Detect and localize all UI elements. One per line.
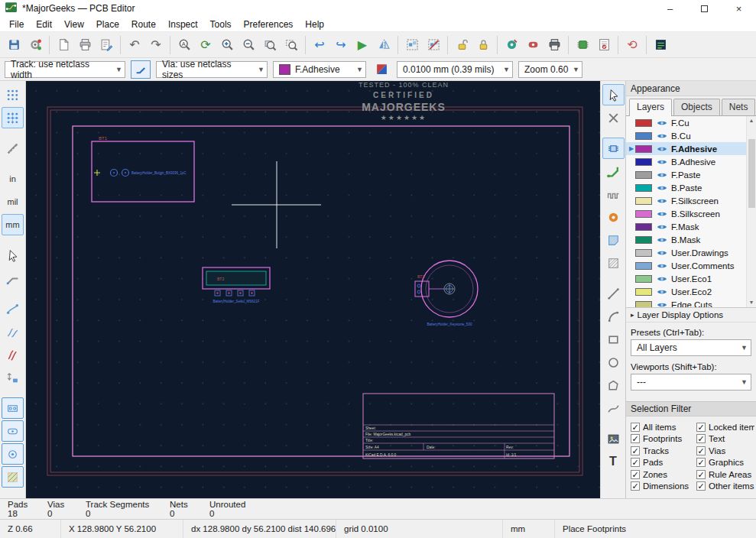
ungroup-icon[interactable] bbox=[423, 34, 444, 56]
layer-color-swatch[interactable] bbox=[635, 184, 652, 192]
visibility-eye-icon[interactable] bbox=[656, 209, 668, 219]
net-highlight-icon[interactable] bbox=[2, 344, 24, 365]
filter-checkbox-dimensions[interactable]: ✓Dimensions bbox=[631, 481, 696, 493]
grid-select[interactable]: 0.0100 mm (0.39 mils)▼ bbox=[397, 61, 513, 78]
filter-checkbox-footprints[interactable]: ✓Footprints bbox=[631, 433, 696, 446]
close-button[interactable]: × bbox=[722, 0, 756, 17]
rotate-tool-icon[interactable]: ⟲ bbox=[621, 34, 643, 56]
track-width-select[interactable]: Track: use netclass width▼ bbox=[5, 61, 125, 78]
visibility-eye-icon[interactable] bbox=[656, 170, 668, 180]
visibility-eye-icon[interactable] bbox=[656, 183, 668, 193]
layer-color-swatch[interactable] bbox=[635, 262, 652, 270]
crosshair-tool-icon[interactable] bbox=[602, 107, 625, 128]
zoom-fit-icon[interactable] bbox=[259, 34, 281, 56]
visibility-eye-icon[interactable] bbox=[656, 222, 668, 232]
ratsnest-curved-icon[interactable] bbox=[2, 321, 24, 342]
layer-color-swatch[interactable] bbox=[635, 145, 652, 153]
menu-help[interactable]: Help bbox=[299, 18, 330, 31]
via-tool-icon[interactable] bbox=[501, 34, 522, 56]
filter-checkbox-zones[interactable]: ✓Zones bbox=[631, 468, 696, 481]
cursor-45-icon[interactable] bbox=[2, 267, 24, 289]
layer-color-swatch[interactable] bbox=[635, 158, 652, 166]
plot-icon[interactable] bbox=[96, 34, 117, 56]
filter-checkbox-rule-areas[interactable]: ✓Rule Areas bbox=[696, 468, 754, 481]
layer-row-f-adhesive[interactable]: ▶F.Adhesive bbox=[626, 142, 746, 155]
find-icon[interactable]: A bbox=[174, 34, 195, 56]
redo-icon[interactable]: ↷ bbox=[145, 34, 167, 56]
via-display-icon[interactable] bbox=[2, 443, 24, 465]
net-inspector-icon[interactable] bbox=[650, 34, 671, 56]
place-via-icon[interactable] bbox=[602, 206, 625, 228]
layer-row-b-paste[interactable]: ▶B.Paste bbox=[626, 181, 746, 194]
print-dark-icon[interactable] bbox=[543, 34, 565, 56]
undo-icon[interactable]: ↶ bbox=[124, 34, 145, 56]
zoom-in-icon[interactable] bbox=[216, 34, 238, 56]
footprint-editor-icon[interactable] bbox=[572, 34, 593, 56]
filter-checkbox-tracks[interactable]: ✓Tracks bbox=[631, 445, 696, 457]
layer-color-swatch[interactable] bbox=[635, 171, 652, 179]
scroll-up-icon[interactable]: ▲ bbox=[749, 116, 754, 125]
filter-checkbox-all-items[interactable]: ✓All items bbox=[631, 421, 696, 433]
zoom-select[interactable]: Zoom 0.60▼ bbox=[518, 61, 582, 78]
presets-select[interactable]: All Layers▼ bbox=[631, 339, 751, 356]
filter-checkbox-pads[interactable]: ✓Pads bbox=[631, 457, 696, 469]
layer-row-b-mask[interactable]: ▶B.Mask bbox=[626, 233, 746, 246]
units-mm-icon[interactable]: mm bbox=[2, 214, 24, 235]
layer-row-f-paste[interactable]: ▶F.Paste bbox=[626, 168, 746, 181]
visibility-eye-icon[interactable] bbox=[656, 131, 668, 141]
menu-place[interactable]: Place bbox=[90, 18, 125, 31]
unlock-icon[interactable] bbox=[451, 34, 472, 56]
layer-pairs-icon[interactable] bbox=[372, 60, 391, 79]
layer-row-b-adhesive[interactable]: ▶B.Adhesive bbox=[626, 155, 746, 168]
visibility-eye-icon[interactable] bbox=[656, 300, 668, 308]
layer-row-f-mask[interactable]: ▶F.Mask bbox=[626, 220, 746, 233]
layer-color-swatch[interactable] bbox=[635, 132, 652, 140]
grid-override-icon[interactable] bbox=[2, 107, 24, 128]
page-settings-icon[interactable] bbox=[53, 34, 74, 56]
visibility-eye-icon[interactable] bbox=[656, 118, 668, 128]
rule-area-icon[interactable] bbox=[602, 252, 625, 274]
save-icon[interactable] bbox=[3, 34, 24, 56]
nav-forward-icon[interactable]: ↪ bbox=[330, 34, 352, 56]
filter-checkbox-other-items[interactable]: ✓Other items bbox=[696, 481, 754, 493]
layer-row-user-eco2[interactable]: ▶User.Eco2 bbox=[626, 285, 746, 298]
visibility-eye-icon[interactable] bbox=[656, 261, 668, 271]
menu-view[interactable]: View bbox=[58, 18, 90, 31]
visibility-eye-icon[interactable] bbox=[656, 274, 668, 284]
pad-display-icon[interactable] bbox=[2, 420, 24, 442]
draw-polygon-icon[interactable] bbox=[602, 374, 625, 396]
zoom-out-icon[interactable] bbox=[238, 34, 259, 56]
layer-color-swatch[interactable] bbox=[635, 236, 652, 244]
layer-color-swatch[interactable] bbox=[635, 119, 652, 127]
zoom-selection-icon[interactable] bbox=[281, 34, 302, 56]
place-image-icon[interactable] bbox=[602, 428, 625, 449]
draw-arc-icon[interactable] bbox=[602, 306, 625, 327]
mirror-view-icon[interactable] bbox=[373, 34, 394, 56]
pcb-canvas[interactable]: BT1 BatteryHolder_Bulgin_BX0036_1xC BT2 bbox=[26, 81, 600, 498]
visibility-eye-icon[interactable] bbox=[656, 144, 668, 154]
layer-color-swatch[interactable] bbox=[635, 301, 652, 308]
menu-tools[interactable]: Tools bbox=[204, 18, 238, 31]
filter-checkbox-vias[interactable]: ✓Vias bbox=[696, 445, 754, 457]
grid-dots-icon[interactable] bbox=[2, 84, 24, 105]
tab-layers[interactable]: Layers bbox=[629, 99, 672, 116]
nav-back-icon[interactable]: ↩ bbox=[309, 34, 330, 56]
measure-scale-icon[interactable] bbox=[2, 138, 24, 159]
minimize-button[interactable]: – bbox=[653, 0, 687, 17]
layer-row-edge-cuts[interactable]: ▶Edge.Cuts bbox=[626, 298, 746, 307]
cursor-shape-icon[interactable] bbox=[2, 245, 24, 266]
visibility-eye-icon[interactable] bbox=[656, 196, 668, 206]
menu-route[interactable]: Route bbox=[125, 18, 162, 31]
layer-color-swatch[interactable] bbox=[635, 288, 652, 296]
maximize-button[interactable] bbox=[687, 0, 722, 17]
filter-checkbox-text[interactable]: ✓Text bbox=[696, 433, 754, 446]
layer-display-options[interactable]: ▸ Layer Display Options bbox=[626, 307, 756, 322]
place-text-icon[interactable]: T bbox=[602, 451, 625, 472]
visibility-eye-icon[interactable] bbox=[656, 287, 668, 297]
scroll-down-icon[interactable]: ▼ bbox=[749, 298, 754, 307]
footprint-tool-icon[interactable] bbox=[602, 138, 625, 159]
draw-zone-icon[interactable] bbox=[602, 229, 625, 251]
filter-checkbox-graphics[interactable]: ✓Graphics bbox=[696, 457, 754, 469]
units-mil-icon[interactable]: mil bbox=[2, 191, 24, 212]
layer-row-user-eco1[interactable]: ▶User.Eco1 bbox=[626, 272, 746, 285]
